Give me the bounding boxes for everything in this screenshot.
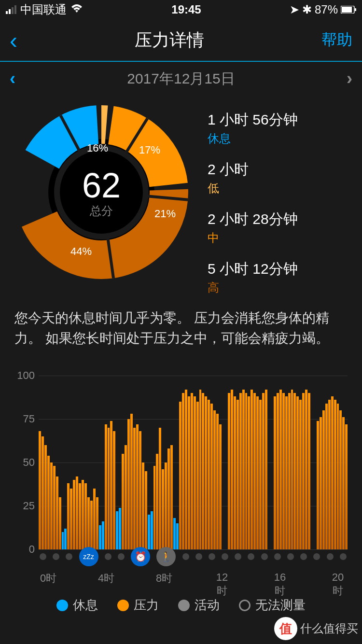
- stress-bar: [70, 489, 72, 549]
- x-label: 4时: [97, 571, 116, 598]
- stress-legend: 1 小时 56分钟 休息2 小时 低2 小时 28分钟 中5 小时 12分钟 高: [208, 105, 298, 295]
- rest-bar: [116, 511, 118, 549]
- stress-bar: [325, 404, 328, 549]
- stress-bar: [44, 445, 47, 549]
- stress-bar: [253, 393, 256, 549]
- stress-bar: [53, 466, 56, 549]
- donut-segment-pct: 21%: [154, 208, 176, 220]
- stress-bar: [42, 436, 44, 549]
- legend-label: 高: [208, 280, 298, 295]
- stress-bar: [337, 404, 339, 549]
- stress-bar: [322, 410, 325, 549]
- stress-bar: [265, 390, 267, 549]
- stress-bar: [251, 390, 253, 549]
- next-day-button[interactable]: ›: [347, 69, 352, 89]
- legend-item: 1 小时 56分钟 休息: [208, 110, 298, 146]
- y-tick: 25: [23, 500, 35, 512]
- x-dot: [209, 553, 215, 560]
- x-dot: [287, 553, 294, 560]
- chart-legend-item: 活动: [178, 597, 220, 614]
- back-button[interactable]: ‹: [10, 27, 17, 54]
- rest-bar: [119, 508, 121, 549]
- stress-bar: [228, 393, 230, 549]
- stress-bar: [170, 445, 173, 549]
- rest-bar: [99, 525, 101, 549]
- stress-bar: [205, 396, 207, 549]
- x-dot: [40, 553, 46, 560]
- x-dot: [235, 553, 241, 560]
- donut-center: 62 总分: [82, 166, 121, 219]
- x-dot: [66, 553, 72, 560]
- stress-bar: [56, 476, 58, 549]
- prev-day-button[interactable]: ‹: [10, 69, 15, 89]
- stress-bar: [237, 400, 239, 549]
- chart-legend-item: 压力: [117, 597, 159, 614]
- stress-bar: [277, 393, 279, 549]
- legend-time: 2 小时: [208, 160, 298, 180]
- bar-chart-section: 0255075100 zZz⏰🚶 0时4时8时12时16时20时 休息压力活动无…: [0, 356, 362, 614]
- stress-bar: [296, 396, 299, 549]
- stress-bar: [191, 393, 193, 549]
- chart-legend-item: 无法测量: [239, 597, 306, 614]
- stress-bar: [208, 400, 210, 549]
- stress-bar: [136, 424, 139, 549]
- help-button[interactable]: 帮助: [321, 29, 352, 51]
- stress-bar: [279, 390, 282, 549]
- stress-bar: [291, 390, 293, 549]
- stress-bar: [73, 480, 75, 549]
- stress-bar: [156, 454, 158, 549]
- stress-bar: [110, 421, 112, 549]
- x-dot: [53, 553, 59, 560]
- x-dot: [222, 553, 228, 560]
- stress-bar: [196, 402, 199, 549]
- wifi-icon: [70, 3, 83, 16]
- donut-segment-pct: 16%: [87, 142, 108, 154]
- legend-text: 压力: [134, 597, 159, 614]
- y-tick: 100: [17, 369, 35, 382]
- stress-bar: [59, 497, 61, 549]
- signal-icon: [6, 5, 16, 14]
- legend-dot-icon: [178, 600, 190, 611]
- bars: [39, 376, 348, 549]
- sleep-icon: zZz: [79, 547, 98, 566]
- stress-bar: [76, 476, 78, 549]
- legend-label: 低: [208, 181, 298, 196]
- stress-bar: [167, 448, 170, 549]
- stress-bar: [130, 414, 133, 549]
- stress-bar: [139, 431, 141, 549]
- stress-bar: [50, 462, 53, 549]
- stress-bar: [47, 456, 50, 549]
- stress-bar: [159, 428, 161, 549]
- legend-ring-icon: [239, 600, 251, 611]
- stress-bar: [188, 396, 190, 549]
- stress-bar: [213, 410, 216, 549]
- stress-bar: [285, 396, 288, 549]
- stress-bar: [153, 466, 156, 549]
- stress-bar: [317, 421, 319, 549]
- stress-bar: [242, 390, 245, 549]
- x-label: 0时: [39, 571, 58, 598]
- chart-legend-item: 休息: [56, 597, 98, 614]
- stress-bar: [93, 489, 96, 549]
- carrier-label: 中国联通: [20, 2, 67, 17]
- stress-bar: [231, 390, 233, 549]
- stress-bar: [82, 480, 84, 549]
- stress-bar: [342, 417, 345, 549]
- stress-bar: [256, 396, 259, 549]
- stress-bar: [345, 424, 348, 549]
- stress-bar: [87, 497, 90, 549]
- x-dot: [300, 553, 307, 560]
- stress-bar: [299, 400, 302, 549]
- rest-bar: [102, 521, 104, 549]
- total-score-label: 总分: [82, 203, 121, 219]
- rest-bar: [151, 511, 153, 549]
- stress-bar: [282, 393, 285, 549]
- stress-bar: [262, 393, 265, 549]
- stress-bar: [210, 404, 213, 549]
- location-icon: ➤: [290, 3, 299, 16]
- stress-bar: [113, 431, 115, 549]
- rest-bar: [64, 529, 67, 549]
- rest-bar: [62, 532, 64, 549]
- total-score: 62: [82, 166, 121, 205]
- legend-time: 1 小时 56分钟: [208, 110, 298, 130]
